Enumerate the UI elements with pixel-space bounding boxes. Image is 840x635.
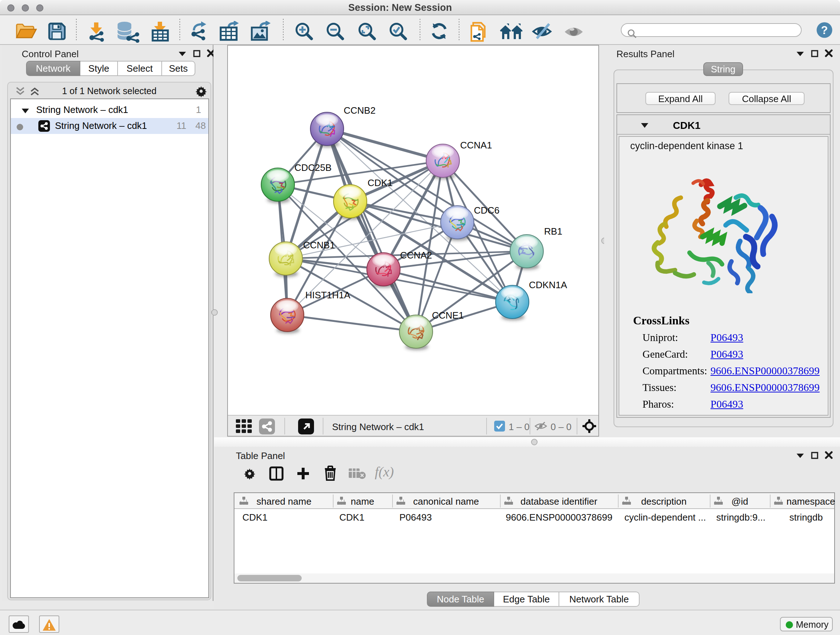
svg-text:CDK1: CDK1 — [368, 177, 393, 188]
svg-text:HIST1H1A: HIST1H1A — [305, 290, 351, 301]
svg-text:?: ? — [821, 24, 828, 36]
svg-text:CCNA2: CCNA2 — [400, 250, 432, 261]
svg-text:CCNA1: CCNA1 — [460, 140, 492, 150]
svg-text:RB1: RB1 — [544, 226, 562, 237]
svg-text:CDKN1A: CDKN1A — [529, 279, 567, 290]
svg-text:CCNB2: CCNB2 — [344, 105, 376, 116]
svg-text:CDC6: CDC6 — [474, 205, 500, 216]
svg-text:CCNB1: CCNB1 — [303, 240, 335, 250]
svg-text:CDC25B: CDC25B — [294, 162, 332, 173]
svg-text:CCNE1: CCNE1 — [432, 310, 464, 321]
